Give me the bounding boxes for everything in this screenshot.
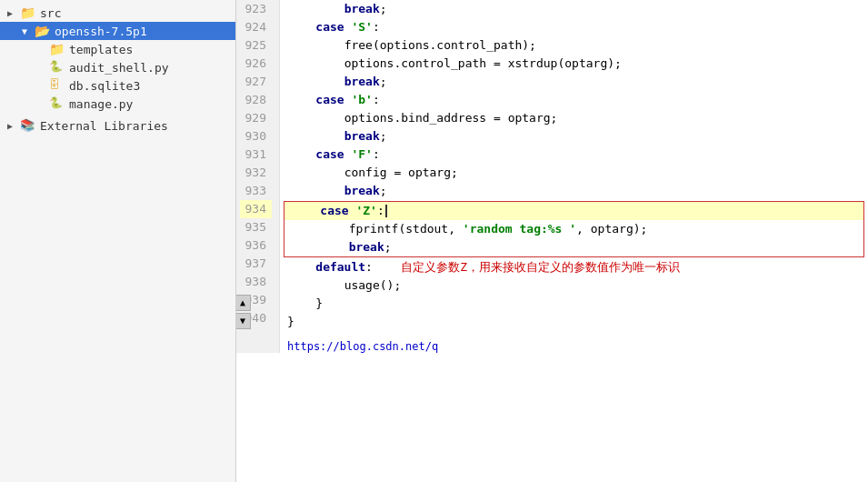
sidebar-item-external-libraries[interactable]: ▶ 📚 External Libraries [0, 116, 235, 135]
code-line-926: options.control_path = xstrdup(optarg); [280, 55, 868, 73]
code-lines[interactable]: break; case 'S': free(options.control_pa… [280, 0, 868, 353]
keyword: case [320, 202, 348, 220]
line-num: 938 [240, 273, 272, 291]
code-punct: ; [380, 182, 387, 200]
python-file-icon: 🐍 [49, 60, 65, 75]
arrow-icon [36, 63, 49, 73]
code-indent [287, 182, 344, 200]
code-line-940: } ▼ [280, 313, 868, 331]
code-text: usage(); [344, 276, 402, 295]
sidebar-item-manage[interactable]: 🐍 manage.py [0, 95, 235, 113]
code-text: options.control_path = xstrdup(optarg); [344, 55, 622, 73]
string-literal: 'F' [351, 146, 372, 164]
highlighted-region: case 'Z': fprintf(stdout, 'random tag:%s… [284, 201, 864, 257]
code-space [349, 202, 356, 220]
code-text: free(options.control_path); [344, 36, 536, 55]
code-indent [287, 91, 315, 109]
code-indent [287, 109, 344, 127]
code-line-930: break; [280, 127, 868, 146]
code-line-939: } ▲ [280, 295, 868, 313]
keyword: break [344, 182, 380, 200]
code-indent [292, 238, 349, 256]
url-text: https://blog.csdn.net/q [287, 340, 438, 353]
code-indent [287, 295, 315, 313]
code-punct: ; [380, 73, 387, 91]
line-num: 934 [240, 200, 272, 218]
arrow-icon [36, 99, 49, 109]
code-punct: : [373, 146, 380, 164]
sidebar-item-templates[interactable]: 📁 templates [0, 40, 235, 58]
code-punct: : [373, 18, 380, 36]
url-watermark: https://blog.csdn.net/q [280, 340, 868, 353]
code-indent [287, 73, 344, 91]
code-indent [292, 202, 320, 220]
keyword: default [315, 258, 365, 276]
keyword: case [315, 18, 344, 36]
keyword: break [344, 0, 380, 18]
code-text: , optarg); [576, 220, 647, 238]
line-num: 935 [240, 218, 272, 236]
code-punct: ; [380, 127, 387, 146]
keyword: case [315, 146, 344, 164]
arrow-icon: ▶ [7, 8, 20, 18]
arrow-icon [36, 45, 49, 55]
code-line-924: case 'S': [280, 18, 868, 36]
code-text: config = optarg; [344, 164, 458, 182]
code-line-925: free(options.control_path); [280, 36, 868, 55]
code-indent [287, 18, 315, 36]
python-file-icon: 🐍 [49, 96, 65, 111]
line-num: 929 [240, 109, 272, 127]
code-line-932: config = optarg; [280, 164, 868, 182]
arrow-icon: ▼ [22, 26, 35, 36]
keyword: break [349, 238, 384, 256]
sidebar-item-label: External Libraries [40, 119, 168, 133]
sidebar-item-audit-shell[interactable]: 🐍 audit_shell.py [0, 58, 235, 76]
line-num: 936 [240, 236, 272, 255]
code-line-935: fprintf(stdout, 'random tag:%s ', optarg… [284, 220, 863, 238]
code-indent [287, 36, 344, 55]
code-space [344, 18, 352, 36]
scroll-down-icon[interactable]: ▼ [236, 313, 251, 329]
code-space [344, 91, 352, 109]
line-num: 925 [240, 36, 272, 55]
sidebar-item-label: src [40, 6, 61, 20]
code-text: } [287, 313, 294, 331]
sidebar-item-db[interactable]: 🗄 db.sqlite3 [0, 76, 235, 95]
arrow-icon [36, 81, 49, 91]
folder-icon: 📁 [49, 42, 65, 56]
scroll-up-icon[interactable]: ▲ [236, 295, 251, 311]
code-line-936: break; [284, 238, 863, 256]
code-punct: ; [380, 0, 387, 18]
code-line-927: break; [280, 73, 868, 91]
code-line-933: break; [280, 182, 868, 200]
folder-icon: 📁 [20, 5, 36, 20]
code-text: options.bind_address = optarg; [344, 109, 558, 127]
line-num: 933 [240, 182, 272, 200]
comment: 自定义参数Z，用来接收自定义的参数值作为唯一标识 [401, 258, 680, 276]
sidebar-item-openssh[interactable]: ▼ 📂 openssh-7.5p1 [0, 22, 235, 40]
code-indent [287, 127, 344, 146]
sidebar-item-label: templates [69, 43, 133, 56]
code-indent [287, 55, 344, 73]
code-line-928: case 'b': [280, 91, 868, 109]
code-punct: ; [384, 238, 392, 256]
string-literal: 'b' [351, 91, 372, 109]
line-num: 924 [240, 18, 272, 36]
string-literal: 'S' [351, 18, 372, 36]
string-literal: 'random tag:%s ' [463, 220, 576, 238]
code-punct: : [373, 91, 380, 109]
code-indent [292, 220, 349, 238]
line-num: 937 [240, 255, 272, 273]
code-indent [287, 146, 315, 164]
code-editor[interactable]: 923 924 925 926 927 928 929 930 931 932 … [236, 0, 868, 482]
string-literal: 'Z' [355, 202, 376, 220]
sidebar-item-src[interactable]: ▶ 📁 src [0, 4, 235, 22]
code-space [373, 258, 401, 276]
line-num: 930 [240, 127, 272, 146]
code-text: fprintf(stdout, [349, 220, 463, 238]
cursor [385, 205, 394, 217]
code-line-938: usage(); [280, 276, 868, 295]
db-file-icon: 🗄 [49, 78, 65, 93]
code-line-929: options.bind_address = optarg; [280, 109, 868, 127]
arrow-icon: ▶ [7, 121, 20, 131]
